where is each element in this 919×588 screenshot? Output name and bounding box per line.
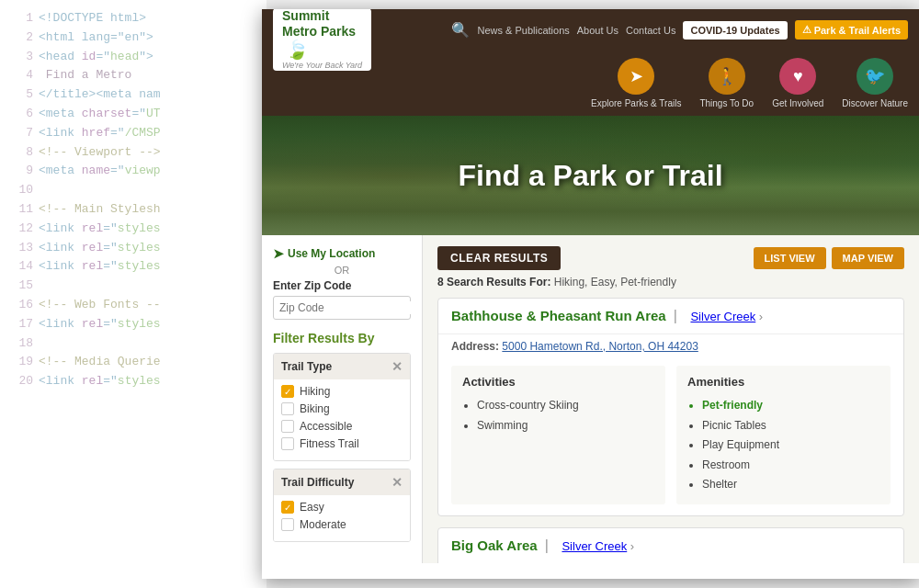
list-item: Pet-friendly	[702, 396, 879, 416]
search-icon[interactable]: 🔍	[451, 21, 470, 39]
zip-input[interactable]	[279, 301, 417, 314]
result-2-location-link[interactable]: Silver Creek	[562, 539, 627, 553]
easy-checkbox[interactable]	[281, 501, 294, 514]
nav-explore[interactable]: ➤ Explore Parks & Trails	[591, 58, 681, 108]
results-top-bar: CLEAR RESULTS LIST VIEW MAP VIEW	[437, 246, 904, 270]
trail-type-section: Trail Type ✕ Hiking Biking Accessible	[273, 353, 411, 461]
results-count: 8 Search Results For: Hiking, Easy, Pet-…	[437, 276, 904, 288]
trail-difficulty-options: Easy Moderate	[274, 495, 410, 541]
sidebar: ➤ Use My Location OR Enter Zip Code 📍 Fi…	[262, 235, 423, 563]
moderate-option: Moderate	[281, 518, 403, 531]
result-1-location[interactable]: Silver Creek ›	[690, 310, 763, 323]
result-1-location-link[interactable]: Silver Creek	[690, 310, 755, 323]
zip-input-row: 📍	[273, 296, 411, 320]
list-item: Restroom	[702, 456, 879, 476]
nav-nature[interactable]: 🐦 Discover Nature	[842, 58, 908, 108]
code-background: 1<!DOCTYPE html> 2<html lang="en"> 3<hea…	[0, 0, 267, 588]
result-1-activities-title: Activities	[462, 375, 654, 389]
nav-todo[interactable]: 🚶 Things To Do	[699, 58, 754, 108]
trail-difficulty-close-icon[interactable]: ✕	[391, 475, 403, 490]
site-header: Summit Metro Parks 🍃 We're Your Back Yar…	[262, 9, 919, 51]
list-item: Shelter	[702, 475, 879, 495]
results-panel: CLEAR RESULTS LIST VIEW MAP VIEW 8 Searc…	[423, 235, 919, 563]
logo-leaf-icon: 🍃	[286, 39, 362, 61]
fitness-trail-label: Fitness Trail	[300, 437, 359, 450]
hero-banner: Find a Park or Trail	[262, 116, 919, 235]
list-item: Picnic Tables	[702, 416, 879, 436]
easy-option: Easy	[281, 501, 403, 514]
amenity-link[interactable]: Pet-friendly	[702, 399, 763, 412]
clear-results-button[interactable]: CLEAR RESULTS	[437, 246, 561, 270]
filter-heading: Filter Results By	[273, 331, 411, 345]
trail-difficulty-section: Trail Difficulty ✕ Easy Moderate	[273, 469, 411, 542]
result-card-1: Bathhouse & Pheasant Run Area | Silver C…	[437, 298, 904, 516]
website-panel: Summit Metro Parks 🍃 We're Your Back Yar…	[262, 9, 919, 579]
list-item: Play Equipment	[702, 435, 879, 456]
fitness-trail-option: Fitness Trail	[281, 437, 403, 450]
alert-button[interactable]: ⚠ Park & Trail Alerts	[795, 20, 908, 40]
result-1-activities-list: Cross-country Skiing Swimming	[462, 396, 654, 435]
result-1-address: Address: 5000 Hametown Rd., Norton, OH 4…	[438, 334, 903, 358]
result-card-2-header: Big Oak Area | Silver Creek ›	[438, 528, 903, 563]
biking-checkbox[interactable]	[281, 402, 294, 415]
header-nav: 🔍 News & Publications About Us Contact U…	[382, 20, 908, 40]
nav-about-link[interactable]: About Us	[577, 25, 618, 36]
alert-icon: ⚠	[802, 24, 811, 36]
result-1-address-link[interactable]: 5000 Hametown Rd., Norton, OH 44203	[502, 340, 698, 353]
trail-type-options: Hiking Biking Accessible Fitness Trail	[274, 379, 410, 460]
map-view-button[interactable]: MAP VIEW	[832, 247, 904, 269]
view-buttons: LIST VIEW MAP VIEW	[754, 247, 904, 269]
hero-title: Find a Park or Trail	[458, 159, 722, 193]
nav-news-link[interactable]: News & Publications	[477, 25, 569, 36]
result-1-activities-col: Activities Cross-country Skiing Swimming	[451, 366, 665, 504]
result-2-title-link[interactable]: Big Oak Area	[451, 537, 538, 553]
result-card-1-header: Bathhouse & Pheasant Run Area | Silver C…	[438, 299, 903, 334]
involved-label: Get Involved	[772, 98, 823, 108]
result-1-separator: |	[674, 308, 677, 323]
or-separator: OR	[273, 265, 411, 276]
result-1-details: Activities Cross-country Skiing Swimming…	[438, 358, 903, 515]
fitness-trail-checkbox[interactable]	[281, 437, 294, 450]
nature-icon: 🐦	[857, 58, 893, 95]
accessible-option: Accessible	[281, 420, 403, 433]
activity-link[interactable]: Cross-country Skiing	[477, 399, 579, 412]
nav-involved[interactable]: ♥ Get Involved	[772, 58, 823, 108]
list-view-button[interactable]: LIST VIEW	[754, 247, 826, 269]
amenity-link[interactable]: Shelter	[702, 478, 737, 491]
biking-option: Biking	[281, 402, 403, 415]
todo-label: Things To Do	[699, 98, 754, 108]
result-1-amenities-col: Amenities Pet-friendly Picnic Tables Pla…	[676, 366, 891, 504]
accessible-label: Accessible	[300, 420, 352, 433]
todo-icon: 🚶	[709, 58, 745, 95]
accessible-checkbox[interactable]	[281, 420, 294, 433]
covid-button[interactable]: COVID-19 Updates	[683, 21, 787, 40]
logo-box[interactable]: Summit Metro Parks 🍃 We're Your Back Yar…	[273, 9, 371, 71]
explore-label: Explore Parks & Trails	[591, 98, 681, 108]
logo-line1: Summit	[282, 9, 362, 24]
use-location-label: Use My Location	[288, 247, 375, 260]
easy-label: Easy	[300, 501, 324, 514]
result-1-title[interactable]: Bathhouse & Pheasant Run Area	[451, 308, 670, 323]
result-2-location[interactable]: Silver Creek ›	[562, 539, 634, 553]
result-1-title-link[interactable]: Bathhouse & Pheasant Run Area	[451, 308, 666, 323]
nature-label: Discover Nature	[842, 98, 908, 108]
trail-type-label: Trail Type	[281, 360, 332, 373]
result-1-amenities-list: Pet-friendly Picnic Tables Play Equipmen…	[687, 396, 879, 495]
result-2-title[interactable]: Big Oak Area	[451, 537, 541, 553]
nav-contact-link[interactable]: Contact Us	[626, 25, 675, 36]
logo-line2: Metro Parks	[282, 24, 362, 40]
moderate-checkbox[interactable]	[281, 518, 294, 531]
alert-label: Park & Trail Alerts	[814, 25, 901, 36]
activity-link[interactable]: Swimming	[477, 419, 528, 432]
hiking-checkbox[interactable]	[281, 385, 294, 398]
list-item: Swimming	[477, 416, 654, 436]
results-tags: Hiking, Easy, Pet-friendly	[554, 276, 676, 288]
moderate-label: Moderate	[300, 518, 346, 531]
trail-type-header: Trail Type ✕	[274, 354, 410, 379]
logo-tagline: We're Your Back Yard	[282, 61, 362, 70]
trail-difficulty-label: Trail Difficulty	[281, 476, 354, 489]
trail-type-close-icon[interactable]: ✕	[391, 359, 403, 374]
zip-code-label: Enter Zip Code	[273, 279, 411, 292]
results-count-text: 8 Search Results For:	[437, 276, 550, 288]
use-location-button[interactable]: ➤ Use My Location	[273, 246, 375, 261]
